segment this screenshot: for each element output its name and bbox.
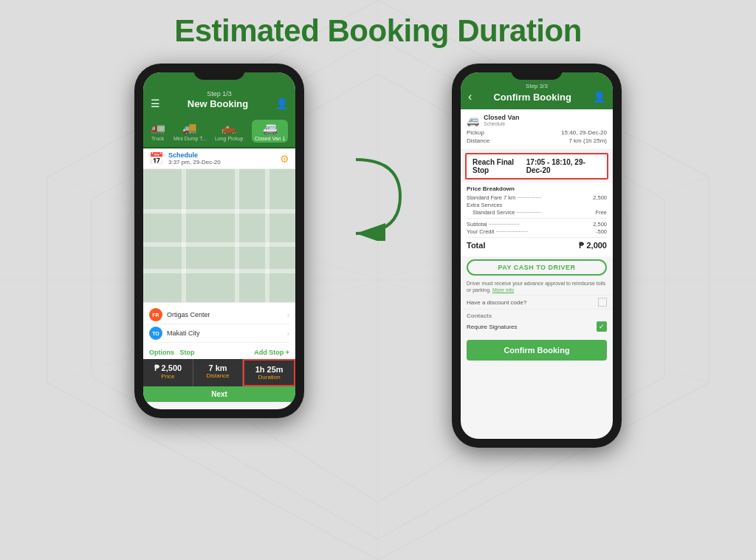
more-info-link[interactable]: More info bbox=[492, 287, 514, 293]
subtotal-value: 2,500 bbox=[593, 221, 607, 228]
distance-value: 7 km bbox=[196, 363, 240, 372]
from-badge: FR bbox=[149, 308, 162, 321]
location-inputs: FR Ortigas Center › TO Makati City › bbox=[143, 302, 295, 346]
to-location-text: Makati City bbox=[167, 329, 200, 337]
standard-service-row: Standard Service ················ Free bbox=[467, 209, 607, 216]
duration-value: 1h 25m bbox=[247, 365, 291, 374]
pickup-row: Pickup 15:40, 29-Dec-20 bbox=[467, 129, 607, 137]
booking-info-section: 🚐 Closed Van Schedule Pickup 15:40, 29-D… bbox=[461, 109, 613, 150]
next-button[interactable]: Next bbox=[143, 386, 295, 402]
distance-label: Distance bbox=[467, 137, 489, 144]
menu-icon[interactable]: ☰ bbox=[151, 98, 160, 109]
truck-type-closedvan[interactable]: 🚐 Closed Van 1 bbox=[252, 120, 289, 143]
vehicle-row: 🚐 Closed Van Schedule bbox=[467, 114, 607, 126]
contacts-section: Contacts Require Signatures ✓ bbox=[461, 310, 613, 337]
truck-type-truck[interactable]: 🚛 Truck bbox=[151, 121, 165, 141]
phone1-bottom-bar: ₱ 2,500 Price 7 km Distance 1h 25m Durat… bbox=[143, 359, 295, 386]
confirm-booking-button[interactable]: Confirm Booking bbox=[467, 340, 607, 361]
standard-service-label: Standard Service ················ bbox=[472, 209, 541, 216]
extra-services-label: Extra Services bbox=[467, 202, 502, 208]
schedule-label: Schedule bbox=[168, 151, 221, 159]
from-chevron-icon: › bbox=[287, 311, 289, 319]
schedule-date: 3:37 pm, 29-Dec-20 bbox=[168, 159, 221, 165]
vehicle-label: Closed Van bbox=[484, 114, 520, 121]
to-chevron-icon: › bbox=[287, 329, 289, 338]
fare-row: Standard Fare 7 km ················ 2,50… bbox=[467, 194, 607, 201]
discount-checkbox[interactable] bbox=[598, 298, 607, 307]
to-location-row[interactable]: TO Makati City › bbox=[149, 324, 289, 343]
vehicle-sublabel: Schedule bbox=[484, 121, 520, 126]
price-value: ₱ 2,500 bbox=[146, 363, 190, 373]
van-icon: 🚐 bbox=[467, 115, 479, 126]
back-button[interactable]: ‹ bbox=[468, 90, 472, 103]
credit-value: -500 bbox=[596, 228, 607, 235]
subtotal-row: Subtotal ···················· 2,500 bbox=[467, 221, 607, 228]
require-sig-label: Require Signatures bbox=[467, 324, 517, 330]
contacts-label: Contacts bbox=[467, 313, 607, 319]
phone1-header: Step 1/3 ☰ New Booking 👤 bbox=[143, 72, 295, 115]
price-divider bbox=[467, 218, 607, 219]
discount-row: Have a discount code? bbox=[461, 295, 613, 310]
standard-service-value: Free bbox=[596, 209, 607, 216]
options-row: Options Stop Add Stop + bbox=[143, 346, 295, 359]
phone2-step: Step 3/3 bbox=[526, 83, 548, 89]
truck-type-minidump[interactable]: 🚚 Mini Dump T... bbox=[173, 121, 207, 141]
schedule-bar[interactable]: 📅 Schedule 3:37 pm, 29-Dec-20 ⚙ bbox=[143, 148, 295, 169]
pay-cash-button[interactable]: PAY CASH TO DRIVER bbox=[467, 259, 607, 276]
curved-arrow bbox=[348, 152, 408, 241]
duration-section: 1h 25m Duration bbox=[243, 359, 295, 386]
minidump-icon: 🚚 bbox=[182, 121, 197, 135]
phone1-shell: Step 1/3 ☰ New Booking 👤 🚛 Truck 🚚 bbox=[134, 64, 304, 418]
phone1-screen: Step 1/3 ☰ New Booking 👤 🚛 Truck 🚚 bbox=[143, 72, 295, 409]
page-title: Estimated Booking Duration bbox=[174, 13, 582, 49]
require-signatures-row: Require Signatures ✓ bbox=[467, 319, 607, 334]
total-row: Total ₱ 2,000 bbox=[467, 241, 607, 250]
distance-value: 7 km (1h 25m) bbox=[568, 137, 607, 144]
add-stop-link[interactable]: Add Stop + bbox=[254, 349, 289, 356]
fare-label: Standard Fare 7 km ················ bbox=[467, 194, 542, 201]
price-section: ₱ 2,500 Price bbox=[143, 359, 193, 386]
pickup-value: 15:40, 29-Dec-20 bbox=[561, 129, 607, 136]
credit-row: Your Credit ····················· -500 bbox=[467, 228, 607, 235]
reach-stop-label: Reach Final Stop bbox=[472, 158, 526, 174]
phone1-title: New Booking bbox=[188, 98, 248, 109]
price-label: Price bbox=[146, 373, 190, 380]
schedule-arrow-icon: ⚙ bbox=[280, 153, 289, 165]
from-location-row[interactable]: FR Ortigas Center › bbox=[149, 306, 289, 324]
phone2-user-icon[interactable]: 👤 bbox=[593, 91, 605, 103]
distance-label: Distance bbox=[196, 372, 240, 379]
price-breakdown-header: Price Breakdown bbox=[467, 185, 607, 192]
closedvan-icon: 🚐 bbox=[263, 121, 278, 135]
phone2-header: Step 3/3 ‹ Confirm Booking 👤 bbox=[461, 72, 613, 109]
phone2-title: Confirm Booking bbox=[493, 92, 571, 103]
subtotal-label: Subtotal ···················· bbox=[467, 221, 519, 228]
distance-section: 7 km Distance bbox=[193, 359, 244, 386]
truck-type-longpickup[interactable]: 🛻 Long Pickup bbox=[215, 121, 244, 141]
total-value: ₱ 2,000 bbox=[579, 241, 607, 250]
longpickup-icon: 🛻 bbox=[221, 121, 236, 135]
extra-services-row: Extra Services bbox=[467, 202, 607, 208]
phones-container: Step 1/3 ☰ New Booking 👤 🚛 Truck 🚚 bbox=[134, 64, 622, 448]
total-label: Total bbox=[467, 241, 485, 250]
user-icon[interactable]: 👤 bbox=[275, 98, 288, 109]
require-sig-checkbox[interactable]: ✓ bbox=[597, 321, 607, 332]
truck-icon: 🚛 bbox=[151, 121, 165, 135]
phone1-step: Step 1/3 bbox=[151, 90, 288, 98]
reach-stop-time: 17:05 - 18:10, 29-Dec-20 bbox=[526, 158, 601, 174]
credit-label: Your Credit ····················· bbox=[467, 228, 528, 235]
phone2-screen: Step 3/3 ‹ Confirm Booking 👤 🚐 Closed Va… bbox=[461, 72, 613, 439]
distance-row: Distance 7 km (1h 25m) bbox=[467, 137, 607, 145]
map-area bbox=[143, 169, 295, 302]
driver-note: Driver must receive your advance approva… bbox=[461, 279, 613, 295]
price-breakdown-section: Price Breakdown Standard Fare 7 km ·····… bbox=[461, 182, 613, 256]
reach-final-stop-bar: Reach Final Stop 17:05 - 18:10, 29-Dec-2… bbox=[465, 153, 608, 180]
calendar-icon: 📅 bbox=[149, 151, 164, 165]
truck-types-row: 🚛 Truck 🚚 Mini Dump T... 🛻 Long Pickup 🚐… bbox=[143, 115, 295, 148]
pickup-label: Pickup bbox=[467, 129, 484, 136]
from-location-text: Ortigas Center bbox=[167, 311, 210, 318]
total-divider bbox=[467, 237, 607, 238]
options-link[interactable]: Options Stop bbox=[149, 349, 195, 356]
phone2-shell: Step 3/3 ‹ Confirm Booking 👤 🚐 Closed Va… bbox=[452, 64, 622, 448]
duration-label: Duration bbox=[247, 374, 291, 380]
discount-label: Have a discount code? bbox=[467, 299, 526, 306]
